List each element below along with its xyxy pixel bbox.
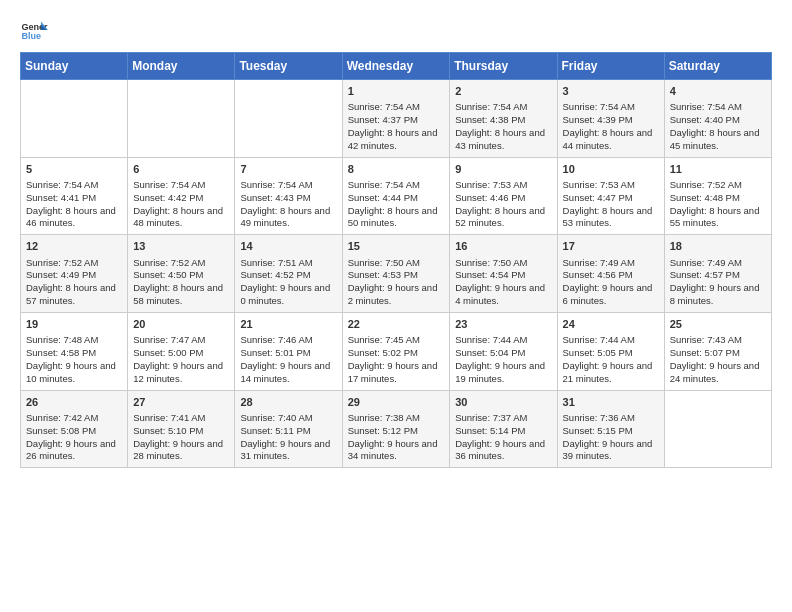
calendar-cell: 16Sunrise: 7:50 AM Sunset: 4:54 PM Dayli… [450, 235, 557, 313]
day-info: Sunrise: 7:53 AM Sunset: 4:47 PM Dayligh… [563, 179, 659, 230]
day-info: Sunrise: 7:44 AM Sunset: 5:05 PM Dayligh… [563, 334, 659, 385]
day-number: 9 [455, 162, 551, 177]
day-number: 18 [670, 239, 766, 254]
calendar-cell: 31Sunrise: 7:36 AM Sunset: 5:15 PM Dayli… [557, 390, 664, 468]
calendar-cell: 13Sunrise: 7:52 AM Sunset: 4:50 PM Dayli… [128, 235, 235, 313]
day-number: 24 [563, 317, 659, 332]
day-info: Sunrise: 7:49 AM Sunset: 4:56 PM Dayligh… [563, 257, 659, 308]
day-number: 22 [348, 317, 445, 332]
weekday-header-row: SundayMondayTuesdayWednesdayThursdayFrid… [21, 53, 772, 80]
calendar-cell: 19Sunrise: 7:48 AM Sunset: 4:58 PM Dayli… [21, 312, 128, 390]
weekday-header-tuesday: Tuesday [235, 53, 342, 80]
day-info: Sunrise: 7:41 AM Sunset: 5:10 PM Dayligh… [133, 412, 229, 463]
calendar-cell: 2Sunrise: 7:54 AM Sunset: 4:38 PM Daylig… [450, 80, 557, 158]
day-number: 1 [348, 84, 445, 99]
calendar-cell: 27Sunrise: 7:41 AM Sunset: 5:10 PM Dayli… [128, 390, 235, 468]
calendar-cell: 14Sunrise: 7:51 AM Sunset: 4:52 PM Dayli… [235, 235, 342, 313]
day-number: 15 [348, 239, 445, 254]
calendar-cell [235, 80, 342, 158]
day-number: 23 [455, 317, 551, 332]
day-number: 27 [133, 395, 229, 410]
day-number: 31 [563, 395, 659, 410]
calendar-cell [128, 80, 235, 158]
calendar-cell: 7Sunrise: 7:54 AM Sunset: 4:43 PM Daylig… [235, 157, 342, 235]
calendar-table: SundayMondayTuesdayWednesdayThursdayFrid… [20, 52, 772, 468]
day-info: Sunrise: 7:54 AM Sunset: 4:43 PM Dayligh… [240, 179, 336, 230]
day-number: 13 [133, 239, 229, 254]
day-info: Sunrise: 7:54 AM Sunset: 4:41 PM Dayligh… [26, 179, 122, 230]
calendar-cell: 17Sunrise: 7:49 AM Sunset: 4:56 PM Dayli… [557, 235, 664, 313]
day-info: Sunrise: 7:54 AM Sunset: 4:37 PM Dayligh… [348, 101, 445, 152]
calendar-week-row: 19Sunrise: 7:48 AM Sunset: 4:58 PM Dayli… [21, 312, 772, 390]
logo-icon: General Blue [20, 16, 48, 44]
logo: General Blue [20, 16, 48, 44]
day-number: 30 [455, 395, 551, 410]
calendar-cell: 4Sunrise: 7:54 AM Sunset: 4:40 PM Daylig… [664, 80, 771, 158]
weekday-header-saturday: Saturday [664, 53, 771, 80]
calendar-cell: 18Sunrise: 7:49 AM Sunset: 4:57 PM Dayli… [664, 235, 771, 313]
day-info: Sunrise: 7:49 AM Sunset: 4:57 PM Dayligh… [670, 257, 766, 308]
calendar-cell: 23Sunrise: 7:44 AM Sunset: 5:04 PM Dayli… [450, 312, 557, 390]
calendar-cell: 1Sunrise: 7:54 AM Sunset: 4:37 PM Daylig… [342, 80, 450, 158]
calendar-cell: 24Sunrise: 7:44 AM Sunset: 5:05 PM Dayli… [557, 312, 664, 390]
day-info: Sunrise: 7:52 AM Sunset: 4:50 PM Dayligh… [133, 257, 229, 308]
day-info: Sunrise: 7:44 AM Sunset: 5:04 PM Dayligh… [455, 334, 551, 385]
day-info: Sunrise: 7:37 AM Sunset: 5:14 PM Dayligh… [455, 412, 551, 463]
day-info: Sunrise: 7:46 AM Sunset: 5:01 PM Dayligh… [240, 334, 336, 385]
calendar-cell: 6Sunrise: 7:54 AM Sunset: 4:42 PM Daylig… [128, 157, 235, 235]
calendar-week-row: 26Sunrise: 7:42 AM Sunset: 5:08 PM Dayli… [21, 390, 772, 468]
calendar-cell: 8Sunrise: 7:54 AM Sunset: 4:44 PM Daylig… [342, 157, 450, 235]
day-number: 20 [133, 317, 229, 332]
calendar-cell [664, 390, 771, 468]
day-info: Sunrise: 7:51 AM Sunset: 4:52 PM Dayligh… [240, 257, 336, 308]
day-info: Sunrise: 7:54 AM Sunset: 4:38 PM Dayligh… [455, 101, 551, 152]
day-number: 25 [670, 317, 766, 332]
weekday-header-thursday: Thursday [450, 53, 557, 80]
calendar-cell: 20Sunrise: 7:47 AM Sunset: 5:00 PM Dayli… [128, 312, 235, 390]
calendar-cell [21, 80, 128, 158]
day-info: Sunrise: 7:54 AM Sunset: 4:39 PM Dayligh… [563, 101, 659, 152]
day-info: Sunrise: 7:38 AM Sunset: 5:12 PM Dayligh… [348, 412, 445, 463]
day-info: Sunrise: 7:50 AM Sunset: 4:54 PM Dayligh… [455, 257, 551, 308]
weekday-header-wednesday: Wednesday [342, 53, 450, 80]
calendar-cell: 15Sunrise: 7:50 AM Sunset: 4:53 PM Dayli… [342, 235, 450, 313]
day-info: Sunrise: 7:54 AM Sunset: 4:44 PM Dayligh… [348, 179, 445, 230]
day-info: Sunrise: 7:52 AM Sunset: 4:48 PM Dayligh… [670, 179, 766, 230]
day-number: 4 [670, 84, 766, 99]
calendar-cell: 12Sunrise: 7:52 AM Sunset: 4:49 PM Dayli… [21, 235, 128, 313]
day-number: 10 [563, 162, 659, 177]
day-number: 3 [563, 84, 659, 99]
weekday-header-monday: Monday [128, 53, 235, 80]
day-number: 28 [240, 395, 336, 410]
day-info: Sunrise: 7:40 AM Sunset: 5:11 PM Dayligh… [240, 412, 336, 463]
day-info: Sunrise: 7:53 AM Sunset: 4:46 PM Dayligh… [455, 179, 551, 230]
day-number: 8 [348, 162, 445, 177]
calendar-cell: 26Sunrise: 7:42 AM Sunset: 5:08 PM Dayli… [21, 390, 128, 468]
day-number: 12 [26, 239, 122, 254]
calendar-week-row: 5Sunrise: 7:54 AM Sunset: 4:41 PM Daylig… [21, 157, 772, 235]
day-info: Sunrise: 7:43 AM Sunset: 5:07 PM Dayligh… [670, 334, 766, 385]
calendar-cell: 9Sunrise: 7:53 AM Sunset: 4:46 PM Daylig… [450, 157, 557, 235]
day-info: Sunrise: 7:36 AM Sunset: 5:15 PM Dayligh… [563, 412, 659, 463]
day-number: 6 [133, 162, 229, 177]
day-number: 5 [26, 162, 122, 177]
day-info: Sunrise: 7:45 AM Sunset: 5:02 PM Dayligh… [348, 334, 445, 385]
weekday-header-friday: Friday [557, 53, 664, 80]
day-number: 16 [455, 239, 551, 254]
day-number: 17 [563, 239, 659, 254]
calendar-week-row: 1Sunrise: 7:54 AM Sunset: 4:37 PM Daylig… [21, 80, 772, 158]
day-info: Sunrise: 7:48 AM Sunset: 4:58 PM Dayligh… [26, 334, 122, 385]
calendar-cell: 11Sunrise: 7:52 AM Sunset: 4:48 PM Dayli… [664, 157, 771, 235]
calendar-cell: 29Sunrise: 7:38 AM Sunset: 5:12 PM Dayli… [342, 390, 450, 468]
calendar-cell: 5Sunrise: 7:54 AM Sunset: 4:41 PM Daylig… [21, 157, 128, 235]
page-header: General Blue [20, 16, 772, 44]
day-info: Sunrise: 7:54 AM Sunset: 4:42 PM Dayligh… [133, 179, 229, 230]
day-number: 21 [240, 317, 336, 332]
day-number: 19 [26, 317, 122, 332]
calendar-cell: 22Sunrise: 7:45 AM Sunset: 5:02 PM Dayli… [342, 312, 450, 390]
day-info: Sunrise: 7:50 AM Sunset: 4:53 PM Dayligh… [348, 257, 445, 308]
calendar-cell: 10Sunrise: 7:53 AM Sunset: 4:47 PM Dayli… [557, 157, 664, 235]
calendar-cell: 28Sunrise: 7:40 AM Sunset: 5:11 PM Dayli… [235, 390, 342, 468]
svg-text:Blue: Blue [21, 31, 41, 41]
day-number: 2 [455, 84, 551, 99]
